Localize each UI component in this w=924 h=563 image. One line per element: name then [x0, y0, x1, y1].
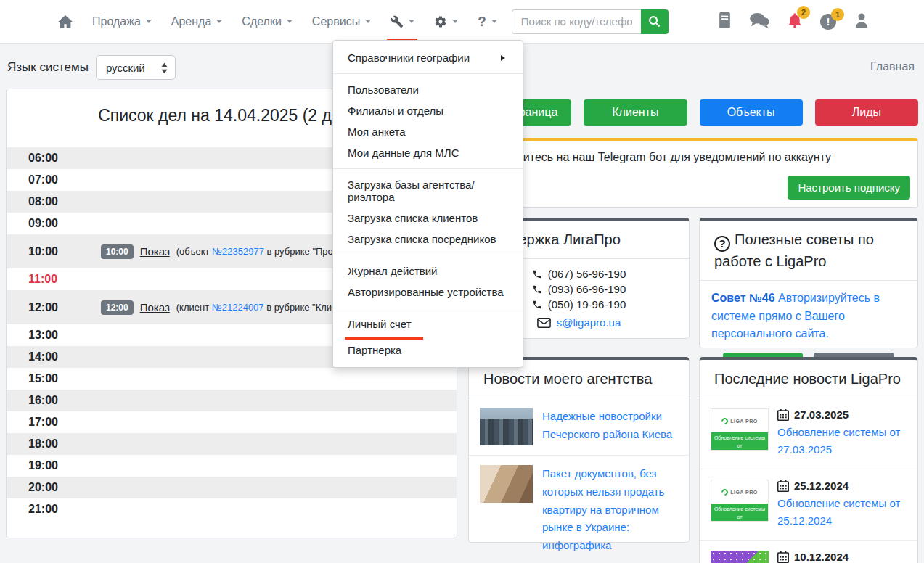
- dropdown-item-authorized-devices[interactable]: Авторизированные устройства: [333, 282, 523, 303]
- tips-title: Полезные советы по работе с LigaPro: [714, 231, 874, 269]
- dropdown-item-geography[interactable]: Справочники географии: [333, 47, 523, 68]
- alerts-button[interactable]: ! 1: [820, 14, 836, 30]
- object-number-link[interactable]: №22352977: [212, 246, 264, 257]
- objects-button[interactable]: Объекты: [700, 99, 803, 126]
- event-action-link[interactable]: Показ: [140, 245, 170, 258]
- clients-button[interactable]: Клиенты: [584, 99, 687, 126]
- dropdown-item-label: Партнерка: [348, 344, 401, 356]
- envelope-icon: [537, 318, 551, 328]
- news-link[interactable]: Надежные новостройки Печерского района К…: [542, 408, 678, 445]
- menu-arenda[interactable]: Аренда: [171, 15, 223, 28]
- event-action-link[interactable]: Показ: [140, 301, 170, 313]
- news-link[interactable]: Обновление системы от 25.12.2024: [777, 495, 907, 530]
- news-item: Надежные новостройки Печерского района К…: [469, 398, 689, 455]
- dropdown-item-label: Личный счет: [348, 318, 412, 330]
- dropdown-item-label: Загрузка списка клиентов: [348, 212, 478, 224]
- dropdown-item-upload-clients[interactable]: Загрузка списка клиентов: [333, 207, 523, 229]
- journal-button[interactable]: [719, 12, 731, 31]
- search-input[interactable]: [512, 9, 641, 34]
- news-link[interactable]: Обновление системы от 27.03.2025: [777, 424, 907, 459]
- menu-tools[interactable]: [391, 15, 414, 28]
- ligapro-logo: LIGA PRO: [711, 409, 768, 432]
- dropdown-item-upload-intermediaries[interactable]: Загрузка списка посредников: [333, 229, 523, 250]
- breadcrumb: Главная: [870, 60, 915, 73]
- news-item-body: 25.12.2024 Обновление системы от 25.12.2…: [777, 480, 907, 530]
- menu-help[interactable]: ?: [478, 14, 497, 30]
- event-time-badge: 12:00: [101, 300, 134, 315]
- dropdown-item-mls-data[interactable]: Мои данные для МЛС: [333, 142, 523, 163]
- dropdown-item-personal-account[interactable]: Личный счет: [333, 313, 523, 334]
- messages-button[interactable]: [749, 12, 769, 31]
- leads-button[interactable]: Лиды: [815, 99, 918, 126]
- news-thumbnail-documents[interactable]: [480, 465, 533, 503]
- language-select[interactable]: русский: [96, 55, 176, 80]
- time-label: 20:00: [28, 481, 72, 494]
- client-number-link[interactable]: №21224007: [212, 302, 264, 313]
- caption-line: 25.12.2024: [727, 522, 752, 527]
- news-thumbnail-promo[interactable]: НОВОРІЧНІ БОНУСИ!: [711, 551, 769, 563]
- dropdown-item-label: Филиалы и отделы: [348, 104, 443, 117]
- menu-servisy[interactable]: Сервисы: [312, 15, 371, 28]
- dropdown-item-label: Пользователи: [348, 83, 419, 96]
- dropdown-item-my-profile[interactable]: Моя анкета: [333, 121, 523, 142]
- menu-settings[interactable]: [434, 15, 458, 28]
- alerts-badge: 1: [831, 8, 844, 21]
- event-time-badge: 10:00: [101, 244, 134, 259]
- dropdown-item-label: Справочники географии: [348, 52, 470, 64]
- ligapro-logo-text: LIGA PRO: [730, 419, 758, 424]
- event-detail-pre: (клиент: [176, 302, 212, 313]
- dropdown-item-label: Моя анкета: [348, 126, 406, 138]
- time-label: 14:00: [28, 350, 72, 363]
- news-item: LIGA PRO Обновление системы от25.12.2024…: [700, 469, 917, 540]
- phone-number: (093) 66-96-190: [548, 283, 626, 295]
- chevron-down-icon: [216, 20, 222, 26]
- select-arrows-icon: [160, 62, 168, 75]
- ligapro-logo-icon: [720, 416, 729, 426]
- news-item: НОВОРІЧНІ БОНУСИ! 10.12.2024 Новогодняя …: [700, 540, 917, 563]
- news-thumbnail-ligapro[interactable]: LIGA PRO Обновление системы от27.03.2025: [711, 408, 769, 451]
- language-row: Язык системы русский: [7, 55, 176, 80]
- menu-label: Сервисы: [312, 15, 360, 28]
- phone-number: (050) 19-96-190: [548, 298, 626, 311]
- chevron-down-icon: [146, 20, 152, 26]
- schedule-row: 20:00: [7, 477, 457, 498]
- search-button[interactable]: [641, 9, 669, 34]
- notifications-button[interactable]: 2: [788, 12, 802, 31]
- ligapro-news-title: Последние новости LigaPro: [700, 360, 917, 398]
- menu-sdelki[interactable]: Сделки: [242, 15, 293, 28]
- top-navbar: Продажа Аренда Сделки Сервисы ?: [0, 0, 924, 44]
- news-thumbnail-ligapro[interactable]: LIGA PRO Обновление системы от25.12.2024: [711, 480, 769, 522]
- time-label: 06:00: [28, 152, 72, 165]
- dropdown-item-action-log[interactable]: Журнал действий: [333, 260, 523, 282]
- tip-number-link[interactable]: Совет №46: [711, 292, 775, 304]
- time-label: 19:00: [28, 459, 72, 472]
- news-date: 27.03.2025: [794, 408, 849, 421]
- dropdown-item-users[interactable]: Пользователи: [333, 79, 523, 100]
- profile-button[interactable]: [854, 12, 869, 31]
- quick-buttons-row: Моя страница Клиенты Объекты Лиды: [468, 99, 918, 126]
- time-label: 17:00: [28, 416, 72, 429]
- menu-prodazha[interactable]: Продажа: [92, 15, 152, 28]
- dropdown-divider: [333, 73, 523, 74]
- dropdown-item-branches[interactable]: Филиалы и отделы: [333, 100, 523, 121]
- help-icon: ?: [478, 14, 486, 30]
- search-icon: [648, 15, 661, 28]
- ligapro-news-panel: Последние новости LigaPro LIGA PRO Обнов…: [699, 357, 918, 563]
- schedule-row: 18:00: [7, 433, 457, 455]
- news-item: Пакет документов, без которых нельзя про…: [469, 455, 689, 563]
- subscribe-settings-button[interactable]: Настроить подписку: [788, 176, 910, 200]
- caption-line: Обновление системы от: [714, 506, 765, 519]
- news-item-body: 10.12.2024 Новогодняя акция на пополнени…: [777, 551, 907, 563]
- home-button[interactable]: [58, 15, 73, 28]
- dropdown-item-partner-program[interactable]: Партнерка: [333, 340, 523, 361]
- news-thumbnail-city[interactable]: [480, 408, 533, 445]
- support-email-link[interactable]: s@ligapro.ua: [557, 316, 621, 329]
- ligapro-logo-text: LIGA PRO: [730, 490, 758, 495]
- news-link[interactable]: Пакет документов, без которых нельзя про…: [542, 465, 678, 555]
- agency-news-panel: Новости моего агентства Надежные новостр…: [468, 357, 690, 543]
- schedule-row: 21:00: [7, 498, 457, 520]
- telegram-banner: Подпишитесь на наш Telegram бот для увед…: [468, 138, 918, 208]
- dropdown-item-upload-agency-base[interactable]: Загрузка базы агентства/риэлтора: [333, 174, 523, 207]
- dropdown-item-label: Авторизированные устройства: [348, 286, 504, 298]
- ligapro-logo: LIGA PRO: [711, 480, 768, 504]
